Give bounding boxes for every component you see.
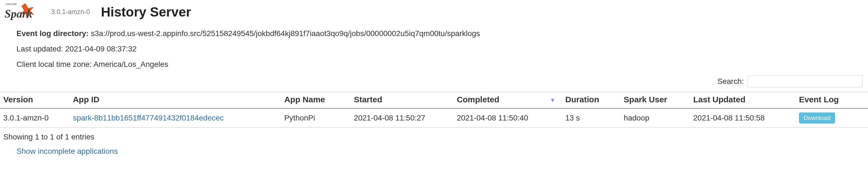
col-header-spark-user[interactable]: Spark User — [621, 92, 690, 109]
apache-text: APACHE — [5, 3, 17, 5]
col-header-app-id[interactable]: App ID — [69, 92, 281, 109]
show-incomplete-link[interactable]: Show incomplete applications — [17, 147, 868, 156]
spark-version-label: 3.0.1-amzn-0 — [51, 8, 90, 16]
col-header-event-log[interactable]: Event Log — [796, 92, 868, 109]
table-info: Showing 1 to 1 of 1 entries — [0, 128, 868, 143]
col-header-started[interactable]: Started — [350, 92, 454, 109]
download-button[interactable]: Download — [799, 112, 835, 124]
timezone-value: America/Los_Angeles — [93, 60, 168, 68]
logo-area: APACHE Spark 3.0.1-amzn-0 — [4, 2, 90, 22]
col-header-last-updated[interactable]: Last Updated — [690, 92, 796, 109]
applications-table: Version App ID App Name Started Complete… — [0, 92, 868, 128]
last-updated-value: 2021-04-09 08:37:32 — [65, 45, 136, 53]
col-header-completed-text: Completed — [457, 95, 499, 104]
timezone-line: Client local time zone: America/Los_Ange… — [17, 60, 851, 69]
table-row: 3.0.1-amzn-0 spark-8b11bb1651ff477491432… — [0, 108, 868, 128]
search-label: Search: — [717, 77, 744, 86]
cell-completed: 2021-04-08 11:50:40 — [454, 108, 562, 128]
event-log-directory-line: Event log directory: s3a://prod.us-west-… — [17, 29, 851, 38]
cell-app-id: spark-8b11bb1651ff477491432f0184edecec — [69, 108, 281, 128]
sort-desc-icon: ▼ — [550, 97, 555, 104]
col-header-app-name[interactable]: App Name — [281, 92, 350, 109]
col-header-version[interactable]: Version — [0, 92, 69, 109]
cell-version: 3.0.1-amzn-0 — [0, 108, 69, 128]
event-log-value: s3a://prod.us-west-2.appinfo.src/5251582… — [91, 29, 480, 38]
cell-duration: 13 s — [562, 108, 621, 128]
search-input[interactable] — [747, 75, 863, 87]
page-title: History Server — [101, 4, 191, 20]
last-updated-label: Last updated: — [17, 45, 63, 53]
col-header-duration[interactable]: Duration — [562, 92, 621, 109]
search-row: Search: — [0, 75, 868, 90]
table-header-row: Version App ID App Name Started Complete… — [0, 92, 868, 109]
event-log-label: Event log directory: — [17, 29, 89, 38]
cell-spark-user: hadoop — [621, 108, 690, 128]
cell-started: 2021-04-08 11:50:27 — [350, 108, 454, 128]
col-header-completed[interactable]: Completed ▼ — [454, 92, 562, 109]
page-header: APACHE Spark 3.0.1-amzn-0 History Server — [0, 0, 868, 24]
cell-app-name: PythonPi — [281, 108, 350, 128]
timezone-label: Client local time zone: — [17, 60, 92, 68]
spark-logo-icon: APACHE Spark — [4, 2, 48, 22]
app-id-link[interactable]: spark-8b11bb1651ff477491432f0184edecec — [73, 114, 224, 122]
info-block: Event log directory: s3a://prod.us-west-… — [0, 29, 868, 69]
cell-event-log: Download — [796, 108, 868, 128]
last-updated-line: Last updated: 2021-04-09 08:37:32 — [17, 45, 851, 53]
spark-text: Spark — [4, 7, 32, 20]
cell-last-updated: 2021-04-08 11:50:58 — [690, 108, 796, 128]
